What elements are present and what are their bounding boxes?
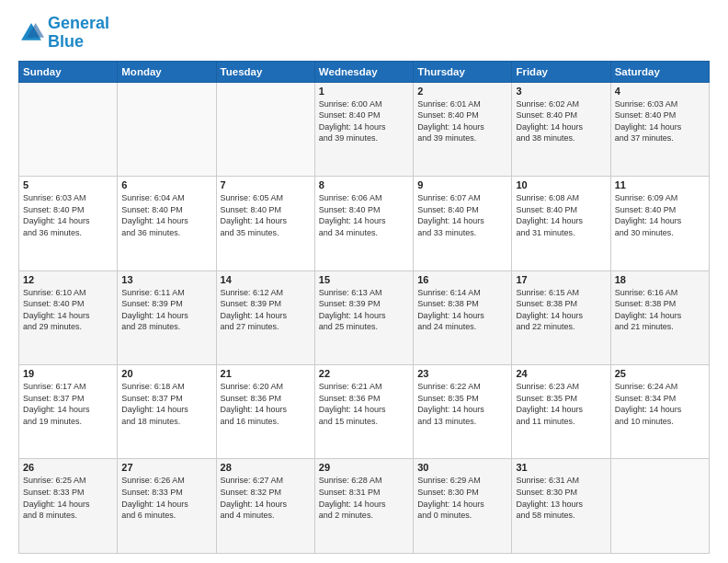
day-number: 19 xyxy=(23,368,113,379)
calendar-cell: 6Sunrise: 6:04 AM Sunset: 8:40 PM Daylig… xyxy=(118,177,216,270)
calendar-cell: 21Sunrise: 6:20 AM Sunset: 8:36 PM Dayli… xyxy=(216,365,314,459)
calendar-cell: 16Sunrise: 6:14 AM Sunset: 8:38 PM Dayli… xyxy=(414,270,512,364)
calendar-cell: 7Sunrise: 6:05 AM Sunset: 8:40 PM Daylig… xyxy=(216,177,314,270)
day-number: 5 xyxy=(23,179,113,190)
day-info: Sunrise: 6:29 AM Sunset: 8:30 PM Dayligh… xyxy=(417,475,507,521)
logo: General Blue xyxy=(18,15,109,52)
column-header-thursday: Thursday xyxy=(414,61,512,82)
calendar-row-4: 19Sunrise: 6:17 AM Sunset: 8:37 PM Dayli… xyxy=(19,365,710,459)
day-info: Sunrise: 6:26 AM Sunset: 8:33 PM Dayligh… xyxy=(121,475,211,521)
day-number: 24 xyxy=(516,368,606,379)
calendar-cell: 23Sunrise: 6:22 AM Sunset: 8:35 PM Dayli… xyxy=(414,365,512,459)
day-number: 31 xyxy=(516,462,606,473)
day-info: Sunrise: 6:02 AM Sunset: 8:40 PM Dayligh… xyxy=(516,98,606,144)
calendar-cell: 8Sunrise: 6:06 AM Sunset: 8:40 PM Daylig… xyxy=(314,177,413,270)
calendar-cell: 19Sunrise: 6:17 AM Sunset: 8:37 PM Dayli… xyxy=(19,365,118,459)
day-number: 23 xyxy=(417,368,507,379)
calendar-row-3: 12Sunrise: 6:10 AM Sunset: 8:40 PM Dayli… xyxy=(19,270,710,364)
calendar-cell: 25Sunrise: 6:24 AM Sunset: 8:34 PM Dayli… xyxy=(610,365,709,459)
calendar-cell: 11Sunrise: 6:09 AM Sunset: 8:40 PM Dayli… xyxy=(610,177,709,270)
day-number: 7 xyxy=(221,179,311,190)
day-number: 1 xyxy=(319,86,409,97)
calendar-cell: 12Sunrise: 6:10 AM Sunset: 8:40 PM Dayli… xyxy=(19,270,118,364)
calendar-cell: 28Sunrise: 6:27 AM Sunset: 8:32 PM Dayli… xyxy=(216,459,314,554)
logo-blue: Blue xyxy=(48,32,84,51)
column-header-tuesday: Tuesday xyxy=(216,61,314,82)
column-header-saturday: Saturday xyxy=(610,61,709,82)
day-info: Sunrise: 6:28 AM Sunset: 8:31 PM Dayligh… xyxy=(319,475,409,521)
day-number: 30 xyxy=(417,462,507,473)
calendar-cell: 9Sunrise: 6:07 AM Sunset: 8:40 PM Daylig… xyxy=(414,177,512,270)
day-info: Sunrise: 6:11 AM Sunset: 8:39 PM Dayligh… xyxy=(121,287,211,333)
day-number: 16 xyxy=(417,274,507,285)
calendar-header-row: SundayMondayTuesdayWednesdayThursdayFrid… xyxy=(19,61,710,82)
calendar-cell xyxy=(216,82,314,176)
header: General Blue xyxy=(18,15,710,52)
day-info: Sunrise: 6:01 AM Sunset: 8:40 PM Dayligh… xyxy=(417,98,507,144)
calendar-cell: 22Sunrise: 6:21 AM Sunset: 8:36 PM Dayli… xyxy=(314,365,413,459)
day-info: Sunrise: 6:10 AM Sunset: 8:40 PM Dayligh… xyxy=(23,287,113,333)
day-info: Sunrise: 6:24 AM Sunset: 8:34 PM Dayligh… xyxy=(615,381,705,427)
day-number: 9 xyxy=(417,179,507,190)
calendar-cell xyxy=(118,82,216,176)
column-header-monday: Monday xyxy=(118,61,216,82)
day-info: Sunrise: 6:05 AM Sunset: 8:40 PM Dayligh… xyxy=(221,192,311,238)
day-number: 8 xyxy=(319,179,409,190)
logo-icon xyxy=(18,20,44,46)
calendar-cell xyxy=(19,82,118,176)
calendar-cell: 27Sunrise: 6:26 AM Sunset: 8:33 PM Dayli… xyxy=(118,459,216,554)
calendar-cell: 15Sunrise: 6:13 AM Sunset: 8:39 PM Dayli… xyxy=(314,270,413,364)
day-number: 20 xyxy=(121,368,211,379)
day-info: Sunrise: 6:16 AM Sunset: 8:38 PM Dayligh… xyxy=(615,287,705,333)
calendar-cell: 5Sunrise: 6:03 AM Sunset: 8:40 PM Daylig… xyxy=(19,177,118,270)
day-info: Sunrise: 6:03 AM Sunset: 8:40 PM Dayligh… xyxy=(615,98,705,144)
calendar-cell: 20Sunrise: 6:18 AM Sunset: 8:37 PM Dayli… xyxy=(118,365,216,459)
calendar-cell: 2Sunrise: 6:01 AM Sunset: 8:40 PM Daylig… xyxy=(414,82,512,176)
day-info: Sunrise: 6:20 AM Sunset: 8:36 PM Dayligh… xyxy=(221,381,311,427)
calendar-table: SundayMondayTuesdayWednesdayThursdayFrid… xyxy=(18,61,710,554)
day-info: Sunrise: 6:12 AM Sunset: 8:39 PM Dayligh… xyxy=(221,287,311,333)
day-number: 4 xyxy=(615,86,705,97)
day-number: 13 xyxy=(121,274,211,285)
day-number: 22 xyxy=(319,368,409,379)
calendar-cell: 31Sunrise: 6:31 AM Sunset: 8:30 PM Dayli… xyxy=(512,459,610,554)
day-info: Sunrise: 6:27 AM Sunset: 8:32 PM Dayligh… xyxy=(221,475,311,521)
calendar-cell: 1Sunrise: 6:00 AM Sunset: 8:40 PM Daylig… xyxy=(314,82,413,176)
calendar-cell: 29Sunrise: 6:28 AM Sunset: 8:31 PM Dayli… xyxy=(314,459,413,554)
calendar-cell: 10Sunrise: 6:08 AM Sunset: 8:40 PM Dayli… xyxy=(512,177,610,270)
day-number: 21 xyxy=(221,368,311,379)
calendar-cell: 30Sunrise: 6:29 AM Sunset: 8:30 PM Dayli… xyxy=(414,459,512,554)
day-number: 27 xyxy=(121,462,211,473)
day-info: Sunrise: 6:06 AM Sunset: 8:40 PM Dayligh… xyxy=(319,192,409,238)
day-info: Sunrise: 6:13 AM Sunset: 8:39 PM Dayligh… xyxy=(319,287,409,333)
day-number: 3 xyxy=(516,86,606,97)
calendar-row-5: 26Sunrise: 6:25 AM Sunset: 8:33 PM Dayli… xyxy=(19,459,710,554)
calendar-cell: 13Sunrise: 6:11 AM Sunset: 8:39 PM Dayli… xyxy=(118,270,216,364)
calendar-cell: 18Sunrise: 6:16 AM Sunset: 8:38 PM Dayli… xyxy=(610,270,709,364)
day-number: 12 xyxy=(23,274,113,285)
column-header-wednesday: Wednesday xyxy=(314,61,413,82)
day-info: Sunrise: 6:03 AM Sunset: 8:40 PM Dayligh… xyxy=(23,192,113,238)
day-number: 15 xyxy=(319,274,409,285)
day-info: Sunrise: 6:00 AM Sunset: 8:40 PM Dayligh… xyxy=(319,98,409,144)
column-header-friday: Friday xyxy=(512,61,610,82)
day-info: Sunrise: 6:23 AM Sunset: 8:35 PM Dayligh… xyxy=(516,381,606,427)
day-number: 29 xyxy=(319,462,409,473)
day-info: Sunrise: 6:08 AM Sunset: 8:40 PM Dayligh… xyxy=(516,192,606,238)
day-info: Sunrise: 6:07 AM Sunset: 8:40 PM Dayligh… xyxy=(417,192,507,238)
day-info: Sunrise: 6:25 AM Sunset: 8:33 PM Dayligh… xyxy=(23,475,113,521)
day-info: Sunrise: 6:22 AM Sunset: 8:35 PM Dayligh… xyxy=(417,381,507,427)
calendar-row-1: 1Sunrise: 6:00 AM Sunset: 8:40 PM Daylig… xyxy=(19,82,710,176)
day-info: Sunrise: 6:04 AM Sunset: 8:40 PM Dayligh… xyxy=(121,192,211,238)
day-number: 11 xyxy=(615,179,705,190)
calendar-cell xyxy=(610,459,709,554)
column-header-sunday: Sunday xyxy=(19,61,118,82)
calendar-cell: 4Sunrise: 6:03 AM Sunset: 8:40 PM Daylig… xyxy=(610,82,709,176)
day-number: 28 xyxy=(221,462,311,473)
calendar-cell: 26Sunrise: 6:25 AM Sunset: 8:33 PM Dayli… xyxy=(19,459,118,554)
day-number: 2 xyxy=(417,86,507,97)
calendar-cell: 17Sunrise: 6:15 AM Sunset: 8:38 PM Dayli… xyxy=(512,270,610,364)
calendar-cell: 14Sunrise: 6:12 AM Sunset: 8:39 PM Dayli… xyxy=(216,270,314,364)
day-number: 14 xyxy=(221,274,311,285)
calendar-row-2: 5Sunrise: 6:03 AM Sunset: 8:40 PM Daylig… xyxy=(19,177,710,270)
